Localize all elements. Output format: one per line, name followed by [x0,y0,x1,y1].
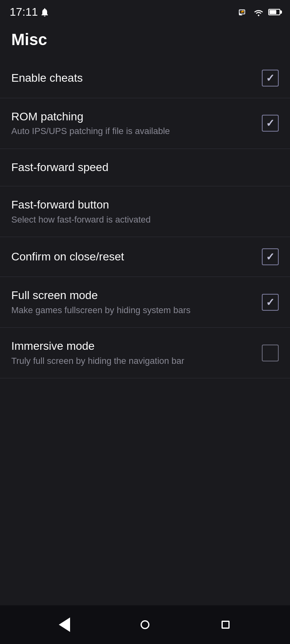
setting-title-confirm-on-close: Confirm on close/reset [11,250,254,264]
status-bar: 17:11 [0,0,290,23]
setting-title-fast-forward-speed: Fast-forward speed [11,160,271,175]
setting-enable-cheats[interactable]: Enable cheats [0,58,290,98]
checkbox-enable-cheats[interactable] [262,70,279,87]
svg-rect-2 [242,10,244,12]
recents-icon [222,621,230,629]
setting-fast-forward-speed[interactable]: Fast-forward speed [0,149,290,186]
content-area [0,492,290,605]
setting-title-fast-forward-button: Fast-forward button [11,198,271,212]
setting-title-rom-patching: ROM patching [11,109,254,124]
recents-button[interactable] [213,613,238,637]
checkbox-immersive-mode[interactable] [262,345,279,361]
wifi-icon [253,8,264,17]
setting-title-full-screen-mode: Full screen mode [11,288,254,303]
battery-icon [268,9,280,15]
back-icon [59,617,70,632]
status-icons [238,8,280,17]
checkbox-full-screen-mode[interactable] [262,294,279,311]
settings-list: Enable cheats ROM patching Auto IPS/UPS … [0,58,290,492]
notification-icon [41,8,48,17]
setting-subtitle-immersive-mode: Truly full screen by hiding the navigati… [11,355,254,367]
setting-rom-patching[interactable]: ROM patching Auto IPS/UPS patching if fi… [0,98,290,149]
status-time: 17:11 [10,6,38,19]
svg-rect-1 [241,11,242,12]
page-title: Misc [0,23,290,58]
setting-confirm-on-close[interactable]: Confirm on close/reset [0,237,290,277]
checkbox-rom-patching[interactable] [262,115,279,132]
setting-subtitle-fast-forward-button: Select how fast-forward is activated [11,214,271,226]
cast-icon [238,8,249,17]
setting-subtitle-full-screen-mode: Make games fullscreen by hiding system b… [11,305,254,316]
setting-immersive-mode[interactable]: Immersive mode Truly full screen by hidi… [0,328,290,378]
home-button[interactable] [133,613,157,637]
setting-title-immersive-mode: Immersive mode [11,339,254,353]
setting-fast-forward-button[interactable]: Fast-forward button Select how fast-forw… [0,186,290,237]
checkbox-confirm-on-close[interactable] [262,248,279,265]
back-button[interactable] [52,613,77,637]
nav-bar [0,605,290,644]
setting-full-screen-mode[interactable]: Full screen mode Make games fullscreen b… [0,277,290,328]
home-icon [141,620,149,629]
setting-subtitle-rom-patching: Auto IPS/UPS patching if file is availab… [11,126,254,137]
setting-title-enable-cheats: Enable cheats [11,71,254,85]
